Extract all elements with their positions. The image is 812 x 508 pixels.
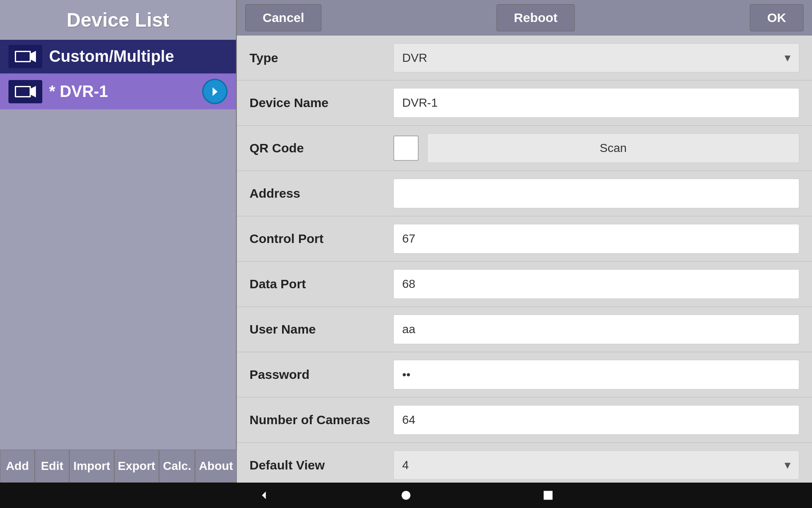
about-button[interactable]: About [195, 450, 237, 483]
page-title: Device List [13, 8, 223, 31]
qr-checkbox[interactable] [393, 135, 419, 161]
android-nav-bar [0, 483, 812, 508]
control-port-row: Control Port [237, 216, 812, 262]
svg-marker-4 [31, 86, 36, 97]
back-icon [256, 488, 272, 503]
left-header: Device List [0, 0, 236, 40]
edit-button[interactable]: Edit [35, 450, 69, 483]
add-button[interactable]: Add [0, 450, 35, 483]
export-button[interactable]: Export [114, 450, 159, 483]
device-icon [8, 45, 42, 68]
default-view-select[interactable]: 1 4 9 16 [393, 450, 799, 480]
num-cameras-row: Number of Cameras [237, 398, 812, 443]
svg-marker-1 [31, 51, 36, 62]
password-control [393, 360, 799, 389]
user-name-label: User Name [250, 322, 393, 337]
device-arrow-button[interactable] [202, 79, 228, 104]
recents-icon [540, 488, 556, 503]
calc-button[interactable]: Calc. [159, 450, 195, 483]
address-label: Address [250, 186, 393, 201]
qr-row: Scan [393, 133, 799, 163]
type-control: DVR NVR IP Camera ▼ [393, 43, 799, 72]
svg-rect-5 [16, 87, 30, 96]
arrow-right-icon [208, 84, 222, 99]
data-port-input[interactable] [393, 269, 799, 299]
device-icon [8, 80, 42, 103]
qr-code-label: QR Code [250, 141, 393, 155]
user-name-row: User Name [237, 307, 812, 352]
list-item[interactable]: * DVR-1 [0, 74, 236, 110]
reboot-button[interactable]: Reboot [497, 4, 575, 31]
default-view-control: 1 4 9 16 ▼ [393, 450, 799, 480]
device-list: Custom/Multiple * DVR-1 [0, 40, 236, 450]
device-name-input[interactable] [393, 88, 799, 118]
type-row: Type DVR NVR IP Camera ▼ [237, 36, 812, 80]
back-button[interactable] [256, 488, 272, 503]
list-item[interactable]: Custom/Multiple [0, 40, 236, 74]
bottom-toolbar: Add Edit Import Export Calc. About [0, 450, 237, 483]
type-select-wrapper: DVR NVR IP Camera ▼ [393, 43, 799, 72]
password-label: Password [250, 367, 393, 382]
data-port-row: Data Port [237, 262, 812, 307]
password-row: Password [237, 352, 812, 398]
device-name-control [393, 88, 799, 118]
cancel-button[interactable]: Cancel [245, 4, 321, 31]
data-port-label: Data Port [250, 277, 393, 291]
right-header: Cancel Reboot OK [237, 0, 812, 36]
right-panel: Cancel Reboot OK Type DVR NVR IP Camera … [237, 0, 812, 483]
data-port-control [393, 269, 799, 299]
device-name-row: Device Name [237, 80, 812, 126]
address-input[interactable] [393, 179, 799, 208]
qr-code-row: QR Code Scan [237, 126, 812, 171]
num-cameras-input[interactable] [393, 405, 799, 435]
user-name-control [393, 315, 799, 344]
camera-icon [15, 49, 36, 64]
control-port-control [393, 224, 799, 254]
default-view-label: Default View [250, 458, 393, 472]
address-row: Address [237, 171, 812, 216]
import-button[interactable]: Import [69, 450, 114, 483]
ok-button[interactable]: OK [750, 4, 804, 31]
default-view-select-wrapper: 1 4 9 16 ▼ [393, 450, 799, 480]
device-item-name: * DVR-1 [49, 83, 202, 101]
device-name-label: Device Name [250, 96, 393, 110]
svg-point-6 [402, 491, 411, 500]
left-panel: Device List Custom/Multiple [0, 0, 237, 483]
svg-rect-2 [16, 52, 30, 61]
type-select[interactable]: DVR NVR IP Camera [393, 43, 799, 72]
device-item-name: Custom/Multiple [49, 47, 228, 66]
recents-button[interactable] [540, 488, 556, 503]
default-view-row: Default View 1 4 9 16 ▼ [237, 443, 812, 483]
scan-button[interactable]: Scan [427, 133, 799, 163]
qr-code-control: Scan [393, 133, 799, 163]
user-name-input[interactable] [393, 315, 799, 344]
svg-rect-7 [544, 491, 553, 500]
address-control [393, 179, 799, 208]
num-cameras-label: Number of Cameras [250, 413, 393, 427]
control-port-input[interactable] [393, 224, 799, 254]
home-icon [398, 488, 414, 503]
password-input[interactable] [393, 360, 799, 389]
device-form: Type DVR NVR IP Camera ▼ Device Name [237, 36, 812, 483]
type-label: Type [250, 51, 393, 65]
num-cameras-control [393, 405, 799, 435]
control-port-label: Control Port [250, 232, 393, 246]
home-button[interactable] [398, 488, 414, 503]
camera-icon [15, 84, 36, 99]
